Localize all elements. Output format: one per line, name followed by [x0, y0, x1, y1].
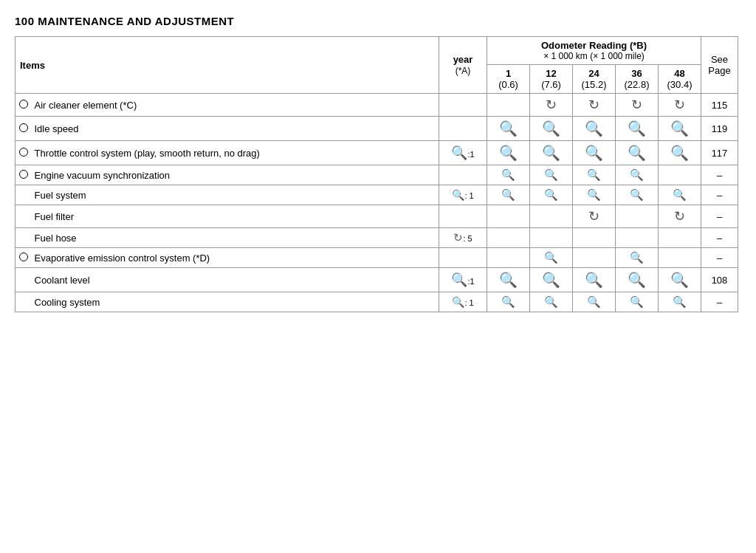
row-circle-cell [16, 205, 32, 228]
row-see-page: – [701, 228, 738, 248]
circle-icon [19, 148, 28, 157]
year-inspect-sm-icon: 🔍 [452, 189, 464, 201]
inspect-sm-icon: 🔍 [501, 295, 515, 308]
row-circle-cell [16, 94, 32, 117]
circle-icon [19, 123, 28, 132]
row-col-1: ↻ [530, 94, 573, 117]
row-col-0: 🔍 [487, 141, 530, 165]
row-col-2: 🔍 [573, 165, 616, 185]
inspect-sm-icon: 🔍 [630, 251, 644, 264]
row-col-3: 🔍 [616, 248, 659, 268]
page-title: 100 MAINTENANCE AND ADJUSTMENT [15, 15, 741, 27]
inspect-sm-icon: 🔍 [501, 168, 515, 181]
inspect-icon: 🔍 [499, 272, 518, 288]
row-col-0: 🔍 [487, 268, 530, 292]
row-col-2: ↻ [573, 205, 616, 228]
row-year [439, 165, 487, 185]
inspect-icon: 🔍 [670, 145, 689, 161]
row-col-4: 🔍 [659, 141, 701, 165]
inspect-icon: 🔍 [628, 272, 646, 288]
row-col-4 [659, 228, 701, 248]
row-col-2: ↻ [573, 94, 616, 117]
row-col-1 [530, 205, 573, 228]
inspect-sm-icon: 🔍 [630, 295, 644, 308]
replace-icon: ↻ [546, 97, 557, 112]
inspect-sm-icon: 🔍 [630, 188, 644, 201]
inspect-icon: 🔍 [628, 120, 646, 137]
row-label: Air cleaner element (*C) [32, 94, 439, 117]
row-col-1: 🔍 [530, 292, 573, 312]
table-row: Air cleaner element (*C)↻↻↻↻115 [16, 94, 738, 117]
row-label: Throttle control system (play, smooth re… [32, 141, 439, 165]
row-col-0 [487, 205, 530, 228]
row-circle-cell [16, 185, 32, 205]
row-col-1: 🔍 [530, 268, 573, 292]
row-col-4: ↻ [659, 94, 701, 117]
table-row: Coolant level🔍:1🔍🔍🔍🔍🔍108 [16, 268, 738, 292]
row-label: Fuel filter [32, 205, 439, 228]
replace-icon: ↻ [631, 97, 642, 112]
inspect-icon: 🔍 [542, 145, 560, 161]
inspect-sm-icon: 🔍 [673, 188, 687, 201]
circle-icon [19, 170, 28, 179]
row-see-page: 117 [701, 141, 738, 165]
inspect-icon: 🔍 [542, 272, 560, 288]
row-col-3 [616, 205, 659, 228]
row-col-2: 🔍 [573, 185, 616, 205]
header-items: Items [16, 37, 439, 94]
row-col-3: 🔍 [616, 117, 659, 141]
row-col-4 [659, 165, 701, 185]
row-circle-cell [16, 268, 32, 292]
row-col-3: 🔍 [616, 165, 659, 185]
inspect-icon: 🔍 [585, 145, 603, 161]
row-col-3: 🔍 [616, 141, 659, 165]
inspect-icon: 🔍 [542, 120, 560, 137]
row-col-0 [487, 248, 530, 268]
inspect-icon: 🔍 [585, 272, 603, 288]
row-see-page: 115 [701, 94, 738, 117]
row-see-page: – [701, 248, 738, 268]
table-row: Engine vacuum synchronization🔍🔍🔍🔍– [16, 165, 738, 185]
row-see-page: 119 [701, 117, 738, 141]
row-col-3: 🔍 [616, 268, 659, 292]
inspect-sm-icon: 🔍 [544, 251, 558, 264]
row-col-1: 🔍 [530, 185, 573, 205]
row-col-3: 🔍 [616, 292, 659, 312]
table-row: Cooling system🔍: 1🔍🔍🔍🔍🔍– [16, 292, 738, 312]
replace-icon: ↻ [674, 97, 685, 112]
row-circle-cell [16, 228, 32, 248]
maintenance-table: Items year (*A) Odometer Reading (*B) × … [15, 36, 738, 312]
row-circle-cell [16, 117, 32, 141]
row-col-2 [573, 228, 616, 248]
row-label: Fuel hose [32, 228, 439, 248]
row-year: 🔍:1 [439, 268, 487, 292]
replace-icon: ↻ [588, 209, 599, 224]
table-row: Idle speed🔍🔍🔍🔍🔍119 [16, 117, 738, 141]
row-col-0: 🔍 [487, 165, 530, 185]
inspect-sm-icon: 🔍 [544, 295, 558, 308]
row-circle-cell [16, 141, 32, 165]
row-col-4: ↻ [659, 205, 701, 228]
row-col-4: 🔍 [659, 185, 701, 205]
row-col-3 [616, 228, 659, 248]
header-km-0: 1(0.6) [487, 65, 530, 94]
row-col-1 [530, 228, 573, 248]
row-year [439, 205, 487, 228]
row-col-3: ↻ [616, 94, 659, 117]
inspect-icon: 🔍 [499, 120, 518, 137]
header-year: year (*A) [439, 37, 487, 94]
header-odometer: Odometer Reading (*B) × 1 000 km (× 1 00… [487, 37, 701, 65]
row-year [439, 94, 487, 117]
table-row: Fuel system🔍: 1🔍🔍🔍🔍🔍– [16, 185, 738, 205]
table-row: Throttle control system (play, smooth re… [16, 141, 738, 165]
inspect-sm-icon: 🔍 [501, 188, 515, 201]
inspect-sm-icon: 🔍 [630, 168, 644, 181]
year-inspect-sm-icon: 🔍 [452, 296, 464, 308]
circle-icon [19, 100, 28, 109]
row-see-page: – [701, 165, 738, 185]
replace-icon: ↻ [674, 209, 685, 224]
replace-icon: ↻ [588, 97, 599, 112]
row-see-page: – [701, 205, 738, 228]
row-label: Fuel system [32, 185, 439, 205]
row-col-0: 🔍 [487, 117, 530, 141]
